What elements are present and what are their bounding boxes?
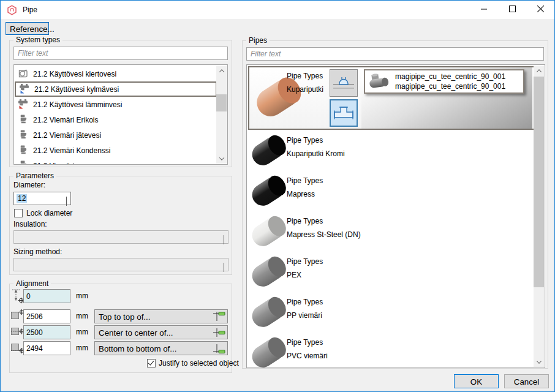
fitting-names-box[interactable]: magipipe_cu_tee_centric_90_001 magipipe_… xyxy=(364,69,524,94)
top-distance-input[interactable] xyxy=(23,309,70,323)
pipes-scrollbar[interactable] xyxy=(534,66,544,367)
pipe-cylinder xyxy=(248,133,289,170)
pipes-group: Pipes Pipe Types Kupariputki xyxy=(242,40,548,369)
pipe-item-line1: Pipe Types xyxy=(287,72,323,80)
tee-branch-icon xyxy=(331,100,356,126)
diameter-combobox[interactable]: 12 xyxy=(13,192,71,205)
minimize-icon xyxy=(481,6,487,14)
faucet-hot-icon xyxy=(17,99,30,111)
close-button[interactable] xyxy=(526,1,554,19)
cancel-button[interactable]: Cancel xyxy=(504,374,549,388)
system-type-item[interactable]: 21.2 Käyttövesi kiertovesi xyxy=(15,66,217,81)
system-type-label: 21.2 Käyttövesi lämminvesi xyxy=(33,100,122,109)
alignment-group-label: Alignment xyxy=(13,279,51,288)
system-types-scrollbar[interactable] xyxy=(216,66,227,164)
circulation-icon xyxy=(17,68,30,80)
system-types-filter-input[interactable] xyxy=(13,47,228,60)
bottom-distance-input[interactable] xyxy=(23,341,70,355)
justify-checkbox[interactable] xyxy=(147,359,156,368)
system-type-label: 21.2 Käyttövesi kiertovesi xyxy=(33,70,116,78)
sizing-method-combobox[interactable] xyxy=(13,258,228,271)
pipe-cylinder xyxy=(248,295,289,331)
pipe-dialog: Pipe Reference... System type xyxy=(0,0,555,392)
pipes-list: Pipe Types Kupariputki xyxy=(246,64,545,368)
saddle-branch-button[interactable] xyxy=(330,69,358,97)
system-type-item[interactable]: 21.2 Käyttövesi lämminvesi xyxy=(15,97,217,112)
center-to-center-label: Center to center of... xyxy=(99,328,173,337)
system-type-item[interactable]: 21.2 Viemäri Kondenssi xyxy=(15,143,217,158)
alignment-group: Alignment mm xyxy=(9,284,232,373)
pipe-item[interactable]: Pipe Types PP viemäri xyxy=(247,294,534,334)
bottom-to-bottom-button[interactable]: Bottom to bottom of... xyxy=(94,341,228,355)
maximize-button[interactable] xyxy=(498,1,526,19)
insulation-label: Insulation: xyxy=(13,220,47,228)
scroll-up-button[interactable] xyxy=(534,66,544,76)
lock-diameter-checkbox[interactable] xyxy=(14,209,23,217)
chevron-down-icon xyxy=(536,358,541,363)
pipe-item-selected[interactable]: Pipe Types Kupariputki xyxy=(248,66,535,130)
center-to-center-icon xyxy=(213,326,225,342)
justify-label: Justify to selected object xyxy=(159,359,239,368)
top-to-top-button[interactable]: Top to top of... xyxy=(94,309,228,323)
system-type-label: 21.2 Viemäri rasva xyxy=(33,162,94,165)
pipe-cylinder xyxy=(248,335,289,368)
pipe-item-line2: Kupariputki Kromi xyxy=(287,149,345,158)
window-title: Pipe xyxy=(23,6,37,14)
minimize-button[interactable] xyxy=(470,1,498,19)
unit-label: mm xyxy=(76,341,88,355)
scrollbar-thumb[interactable] xyxy=(216,94,227,111)
system-types-group-label: System types xyxy=(13,36,62,45)
system-type-label: 21.2 Käyttövesi kylmävesi xyxy=(34,85,119,94)
chevron-up-icon xyxy=(536,69,541,74)
system-type-item-selected[interactable]: 21.2 Käyttövesi kylmävesi xyxy=(15,81,217,97)
system-type-item[interactable]: 21.2 Viemäri rasva xyxy=(15,158,217,165)
reference-button[interactable]: Reference... xyxy=(6,22,49,35)
sizing-method-label: Sizing method: xyxy=(13,247,62,256)
unit-label: mm xyxy=(76,289,88,303)
fitting-names: magipipe_cu_tee_centric_90_001 magipipe_… xyxy=(395,72,505,91)
height-offset-input[interactable] xyxy=(23,289,70,303)
top-to-top-label: Top to top of... xyxy=(99,312,150,322)
pipe-item-line1: Pipe Types xyxy=(287,338,323,347)
fitting-name-1: magipipe_cu_tee_centric_90_001 xyxy=(395,72,505,81)
pipe-item-line2: Mapress xyxy=(287,190,315,198)
scroll-up-button[interactable] xyxy=(216,66,227,76)
chevron-down-icon xyxy=(224,235,224,244)
system-type-item[interactable]: 21.2 Viemäri Erikois xyxy=(15,112,217,127)
scrollbar-thumb[interactable] xyxy=(534,77,544,287)
center-distance-input[interactable] xyxy=(23,325,70,339)
pipe-item[interactable]: Pipe Types Kupariputki Kromi xyxy=(247,132,534,173)
system-type-label: 21.2 Viemäri Kondenssi xyxy=(33,146,111,155)
center-to-center-button[interactable]: Center to center of... xyxy=(94,325,228,339)
pipe-cylinder xyxy=(248,173,289,210)
pipe-item[interactable]: Pipe Types Mapress xyxy=(247,173,534,213)
pipes-group-label: Pipes xyxy=(246,36,270,45)
tee-branch-button[interactable] xyxy=(330,99,358,127)
scroll-down-button[interactable] xyxy=(216,153,227,164)
magicad-logo-icon xyxy=(7,5,17,15)
pipe-item[interactable]: Pipe Types PVC viemäri xyxy=(247,334,534,368)
toilet-icon xyxy=(17,129,30,141)
pipes-filter-input[interactable] xyxy=(246,47,544,61)
window-controls xyxy=(470,1,554,19)
pipe-item-line2: Kupariputki xyxy=(287,85,323,94)
ok-button[interactable]: OK xyxy=(454,374,499,388)
pipe-item-line2: PEX xyxy=(287,271,301,279)
copper-pipe-cylinder xyxy=(252,74,305,121)
chevron-down-icon xyxy=(219,155,224,160)
system-type-item[interactable]: 21.2 Viemäri jätevesi xyxy=(15,127,217,143)
pipe-item-line2: Mapress St-Steel (DN) xyxy=(287,230,361,239)
pipe-item[interactable]: Pipe Types Mapress St-Steel (DN) xyxy=(247,213,534,254)
pipe-item-line1: Pipe Types xyxy=(287,257,323,266)
pipe-item-line2: PP viemäri xyxy=(287,311,322,320)
faucet-cold-icon xyxy=(18,83,31,96)
insulation-combobox[interactable] xyxy=(13,230,228,244)
chevron-down-icon xyxy=(66,197,67,205)
scroll-down-button[interactable] xyxy=(534,356,544,367)
parameters-group-label: Parameters xyxy=(13,172,56,181)
top-to-top-icon xyxy=(213,311,225,326)
dialog-body: Reference... System types 21.2 Käyttöves… xyxy=(1,19,554,391)
parameters-group: Parameters Diameter: 12 Lock diameter In… xyxy=(9,176,232,275)
unit-label: mm xyxy=(76,325,88,339)
pipe-item[interactable]: Pipe Types PEX xyxy=(247,254,534,294)
